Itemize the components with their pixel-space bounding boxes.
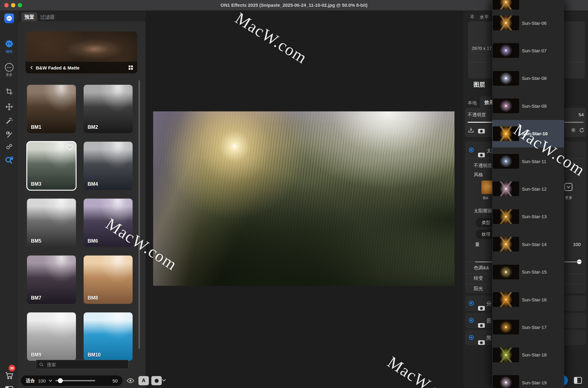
mask-view-button[interactable]: [151, 376, 162, 385]
section-transform[interactable]: 转变: [474, 275, 483, 281]
section-tone-color[interactable]: 色调&&: [474, 265, 489, 271]
preset-thumbnail[interactable]: BM9: [27, 312, 76, 361]
preset-thumbnail[interactable]: BM7: [27, 256, 76, 304]
sunstar-item[interactable]: Sun-Star-17: [492, 313, 564, 341]
sunstar-item[interactable]: Sun-Star-18: [492, 341, 564, 369]
sunstar-thumbnail[interactable]: [493, 292, 519, 307]
store-cart-button[interactable]: [0, 371, 18, 380]
sunstar-item[interactable]: Sun-Star-06: [492, 9, 564, 37]
sunstar-label: Sun-Star-09: [522, 103, 547, 109]
layer-mask-icon[interactable]: [478, 129, 485, 133]
import-download-icon[interactable]: [468, 127, 474, 133]
sunstar-thumbnail[interactable]: [493, 348, 519, 362]
amount-value: 100: [568, 242, 581, 247]
sunstar-thumbnail[interactable]: [493, 265, 519, 279]
sunstar-thumbnail-partial[interactable]: [493, 0, 519, 9]
zoom-pan-tool-button[interactable]: [0, 155, 18, 165]
preset-thumbnail[interactable]: BM2: [84, 85, 133, 133]
sidebar-item-more[interactable]: 更多: [0, 63, 18, 77]
sunstar-thumbnail[interactable]: [493, 99, 519, 113]
sunstar-item[interactable]: Sun-Star-12: [492, 175, 564, 203]
reset-undo-icon[interactable]: [579, 127, 585, 133]
filter-mask-icon[interactable]: [478, 323, 485, 328]
clone-circles-tool-button[interactable]: [0, 143, 18, 151]
search-icon: [39, 362, 44, 367]
preset-thumbnail[interactable]: BM1: [27, 85, 76, 133]
sunstar-item[interactable]: Sun-Star-07: [492, 37, 564, 64]
mask-brush-tool-button[interactable]: [0, 130, 18, 138]
sunstar-item[interactable]: Sun-Star-15: [492, 258, 564, 286]
gear-icon[interactable]: [570, 127, 576, 133]
move-tool-button[interactable]: [0, 103, 18, 111]
sunstar-thumbnail[interactable]: [493, 43, 519, 58]
preset-thumbnail[interactable]: BM5: [27, 199, 76, 247]
checkbox-chevron-icon: [564, 183, 572, 191]
filter-enabled-radio[interactable]: [469, 301, 474, 306]
tab-presets[interactable]: 预置: [21, 12, 37, 22]
preset-thumbnail[interactable]: BM3: [27, 142, 76, 190]
chevron-down-icon[interactable]: [162, 379, 166, 382]
filter-enabled-radio[interactable]: [469, 318, 474, 323]
sunstar-thumbnail[interactable]: [493, 71, 519, 86]
right-panel-toggle-button[interactable]: [574, 377, 582, 384]
preset-thumbnail[interactable]: BM8: [84, 256, 133, 304]
sunstar-thumbnail[interactable]: [493, 209, 519, 224]
preset-scrollbar[interactable]: [138, 80, 140, 349]
fit-button[interactable]: 适合: [26, 378, 35, 384]
photo-canvas[interactable]: [153, 111, 454, 286]
text-overlay-button[interactable]: A: [138, 376, 149, 385]
sunstar-label: Sun-Star-15: [522, 269, 547, 274]
collection-title: B&W Faded & Matte: [36, 65, 80, 70]
filter-mask-icon[interactable]: [478, 306, 485, 311]
sunstar-item[interactable]: Sun-Star-16: [492, 286, 564, 313]
search-input[interactable]: [46, 362, 124, 367]
preset-label: BM2: [88, 125, 98, 130]
tab-filters[interactable]: 过滤器: [40, 14, 55, 21]
preset-collection-card[interactable]: B&W Faded & Matte: [25, 32, 137, 73]
sunstar-item[interactable]: Sun-Star-09: [492, 92, 564, 120]
tab-local[interactable]: 本地: [468, 100, 477, 106]
sunstar-item[interactable]: Sun-Star-08: [492, 65, 564, 92]
sunstar-item[interactable]: Sun-Star-19: [492, 369, 564, 388]
back-chevron-icon[interactable]: [30, 65, 33, 70]
top-label-horizontal: 水平: [480, 14, 489, 20]
preset-thumbnail[interactable]: BM4: [84, 142, 133, 190]
amount-value: 50: [112, 378, 118, 383]
amount-slider-knob[interactable]: [577, 259, 582, 264]
filter-mask-icon[interactable]: [478, 153, 485, 157]
zoom-slider-knob[interactable]: [58, 378, 63, 383]
sunstar-label: Sun-Star-19: [522, 380, 547, 385]
sunstar-label: Sun-Star-14: [522, 242, 547, 247]
sunstar-thumbnail[interactable]: [493, 16, 519, 30]
preset-thumbnail[interactable]: BM10: [84, 312, 133, 361]
crop-icon: [5, 88, 13, 95]
zoom-slider[interactable]: [55, 380, 95, 381]
sunstar-thumbnail[interactable]: [493, 154, 519, 169]
crop-tool-button[interactable]: [0, 88, 18, 95]
sunstar-item[interactable]: Sun-Star-14: [492, 230, 564, 258]
filter-mask-icon[interactable]: [478, 340, 485, 345]
magic-wand-tool-button[interactable]: [0, 117, 18, 125]
panel-toggle-icon: [574, 377, 582, 384]
sidebar-item-edit[interactable]: FX 编辑: [0, 39, 18, 54]
sunstar-item[interactable]: Sun-Star-13: [492, 203, 564, 230]
favorite-heart-icon[interactable]: [66, 144, 74, 151]
filter-row-label: 音: [486, 317, 492, 324]
sunstar-thumbnail[interactable]: [493, 375, 519, 388]
more-styles-label: 更多: [565, 195, 572, 200]
preview-eye-button[interactable]: [126, 377, 135, 385]
left-panel-toggle-button[interactable]: [0, 386, 18, 388]
more-styles-button[interactable]: [564, 183, 572, 191]
move-icon: [5, 103, 13, 111]
sunstar-thumbnail[interactable]: [493, 237, 519, 252]
sunstar-thumbnail[interactable]: [493, 181, 519, 196]
chevron-down-icon[interactable]: [49, 379, 52, 382]
sunstar-label: Sun-Star-18: [522, 352, 547, 357]
section-sunshine[interactable]: 阳光: [474, 286, 483, 292]
style-label: 风格: [474, 172, 483, 178]
sunstar-label: Sun-Star-17: [522, 325, 547, 330]
grid-view-icon[interactable]: [129, 65, 133, 70]
filter-enabled-radio[interactable]: [469, 147, 474, 152]
filter-enabled-radio[interactable]: [469, 335, 474, 340]
sunstar-thumbnail[interactable]: [493, 320, 519, 334]
